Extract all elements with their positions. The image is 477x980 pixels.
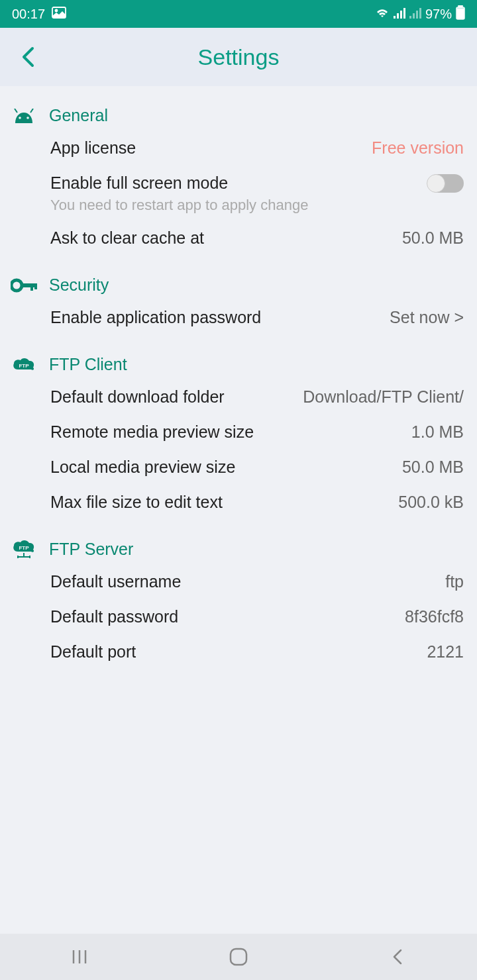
hint-fullscreen: You need to restart app to apply change (0, 197, 477, 220)
svg-rect-6 (409, 16, 411, 19)
row-default-port[interactable]: Default port 2121 (0, 634, 477, 669)
label-max-edit: Max file size to edit text (50, 493, 223, 512)
ftp-server-icon: FTP (11, 540, 37, 559)
svg-rect-30 (231, 949, 246, 965)
svg-point-17 (11, 280, 22, 291)
svg-rect-3 (397, 13, 399, 19)
svg-rect-8 (416, 11, 418, 19)
status-left: 00:17 (12, 7, 66, 22)
svg-text:FTP: FTP (19, 363, 29, 369)
back-button[interactable] (15, 44, 41, 70)
svg-rect-11 (458, 5, 462, 7)
svg-line-14 (30, 109, 33, 113)
svg-text:FTP: FTP (19, 545, 29, 551)
svg-point-16 (26, 117, 29, 119)
value-app-password: Set now > (390, 308, 464, 327)
svg-line-13 (15, 109, 17, 113)
label-cache: Ask to clear cache at (50, 228, 204, 248)
label-remote-preview: Remote media preview size (50, 422, 254, 442)
toggle-knob (427, 174, 445, 193)
row-download-folder[interactable]: Default download folder Download/FTP Cli… (0, 379, 477, 415)
value-default-username: ftp (445, 572, 464, 591)
svg-rect-20 (34, 283, 37, 289)
section-header-ftp-client: FTP FTP Client (0, 355, 477, 379)
settings-content: General App license Free version Enable … (0, 86, 477, 669)
battery-text: 97% (425, 7, 452, 22)
section-header-security: Security (0, 275, 477, 300)
row-default-password[interactable]: Default password 8f36fcf8 (0, 599, 477, 634)
row-app-license[interactable]: App license Free version (0, 130, 477, 166)
label-default-port: Default port (50, 642, 136, 662)
app-header: Settings (0, 28, 477, 86)
value-download-folder: Download/FTP Client/ (303, 387, 464, 407)
svg-rect-19 (30, 283, 33, 291)
signal-icon (394, 7, 405, 22)
svg-rect-2 (394, 16, 396, 19)
row-cache[interactable]: Ask to clear cache at 50.0 MB (0, 220, 477, 256)
label-download-folder: Default download folder (50, 387, 225, 407)
value-remote-preview: 1.0 MB (411, 422, 464, 442)
section-header-ftp-server: FTP FTP Server (0, 540, 477, 564)
section-ftp-client: FTP FTP Client Default download folder D… (0, 335, 477, 520)
svg-rect-5 (403, 8, 405, 19)
svg-point-15 (19, 117, 21, 119)
section-security: Security Enable application password Set… (0, 256, 477, 335)
svg-rect-4 (400, 11, 402, 19)
section-title-general: General (49, 106, 108, 125)
android-icon (11, 107, 37, 125)
nav-back-button[interactable] (371, 944, 424, 970)
section-title-ftp-server: FTP Server (49, 540, 133, 559)
section-general: General App license Free version Enable … (0, 86, 477, 256)
wifi-icon (375, 7, 390, 22)
section-ftp-server: FTP FTP Server Default username ftp Defa… (0, 520, 477, 669)
section-title-security: Security (49, 275, 109, 295)
status-right: 97% (375, 5, 465, 23)
value-app-license: Free version (372, 138, 464, 158)
page-title: Settings (0, 44, 477, 70)
value-cache: 50.0 MB (402, 228, 464, 248)
label-app-license: App license (50, 138, 136, 158)
row-local-preview[interactable]: Local media preview size 50.0 MB (0, 450, 477, 485)
value-max-edit: 500.0 kB (398, 493, 464, 512)
nav-home-button[interactable] (212, 944, 265, 970)
navigation-bar (0, 934, 477, 980)
section-header-general: General (0, 106, 477, 130)
row-app-password[interactable]: Enable application password Set now > (0, 300, 477, 335)
signal-icon-2 (409, 7, 421, 22)
row-default-username[interactable]: Default username ftp (0, 564, 477, 599)
row-remote-preview[interactable]: Remote media preview size 1.0 MB (0, 415, 477, 450)
label-default-username: Default username (50, 572, 181, 591)
label-app-password: Enable application password (50, 308, 261, 327)
svg-rect-9 (419, 8, 421, 19)
row-fullscreen[interactable]: Enable full screen mode (0, 166, 477, 201)
value-local-preview: 50.0 MB (402, 458, 464, 477)
nav-recents-button[interactable] (53, 944, 106, 970)
value-default-port: 2121 (427, 642, 464, 662)
label-local-preview: Local media preview size (50, 458, 235, 477)
status-time: 00:17 (12, 7, 45, 22)
battery-icon (456, 5, 465, 23)
toggle-fullscreen[interactable] (428, 174, 464, 193)
value-default-password: 8f36fcf8 (405, 607, 464, 626)
section-title-ftp-client: FTP Client (49, 355, 127, 374)
label-fullscreen: Enable full screen mode (50, 173, 228, 193)
ftp-cloud-icon: FTP (11, 356, 37, 374)
status-bar: 00:17 (0, 0, 477, 28)
label-default-password: Default password (50, 607, 178, 626)
svg-point-1 (56, 9, 58, 11)
image-icon (52, 7, 66, 22)
svg-rect-7 (413, 13, 415, 19)
key-icon (11, 276, 37, 295)
row-max-edit[interactable]: Max file size to edit text 500.0 kB (0, 485, 477, 520)
